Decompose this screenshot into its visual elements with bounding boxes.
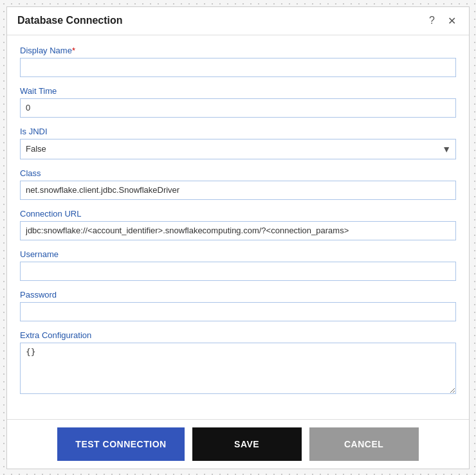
password-input[interactable] (20, 302, 456, 321)
class-input[interactable] (20, 181, 456, 200)
wait-time-label: Wait Time (20, 86, 456, 96)
display-name-group: Display Name* (20, 46, 456, 77)
wait-time-group: Wait Time (20, 86, 456, 118)
password-group: Password (20, 290, 456, 321)
username-group: Username (20, 249, 456, 281)
class-group: Class (20, 168, 456, 200)
dialog-footer: TEST CONNECTION SAVE CANCEL (7, 419, 469, 469)
is-jndi-select[interactable]: False True (20, 139, 456, 159)
username-input[interactable] (20, 262, 456, 281)
connection-url-group: Connection URL (20, 209, 456, 240)
save-button[interactable]: SAVE (192, 427, 302, 461)
wait-time-input[interactable] (20, 98, 456, 118)
display-name-input[interactable] (20, 58, 456, 77)
extra-config-label: Extra Configuration (20, 330, 456, 340)
display-name-label: Display Name* (20, 46, 456, 55)
help-icon[interactable]: ? (426, 13, 437, 28)
extra-config-textarea[interactable]: {} (20, 343, 456, 394)
dialog: Database Connection ? ✕ Display Name* Wa… (6, 6, 470, 469)
dialog-title: Database Connection (17, 15, 123, 26)
is-jndi-group: Is JNDI False True ▼ (20, 127, 456, 159)
is-jndi-select-wrapper: False True ▼ (20, 139, 456, 159)
dialog-header: Database Connection ? ✕ (7, 7, 469, 35)
username-label: Username (20, 249, 456, 259)
page-background: Database Connection ? ✕ Display Name* Wa… (0, 0, 476, 475)
connection-url-input[interactable] (20, 221, 456, 240)
password-label: Password (20, 290, 456, 300)
is-jndi-label: Is JNDI (20, 127, 456, 136)
class-label: Class (20, 168, 456, 178)
close-icon[interactable]: ✕ (445, 13, 459, 28)
extra-config-group: Extra Configuration {} (20, 330, 456, 394)
cancel-button[interactable]: CANCEL (309, 427, 419, 461)
dialog-body: Display Name* Wait Time Is JNDI False Tr… (7, 35, 469, 419)
header-icons: ? ✕ (426, 13, 459, 28)
required-star: * (72, 46, 75, 55)
test-connection-button[interactable]: TEST CONNECTION (57, 427, 184, 461)
connection-url-label: Connection URL (20, 209, 456, 219)
